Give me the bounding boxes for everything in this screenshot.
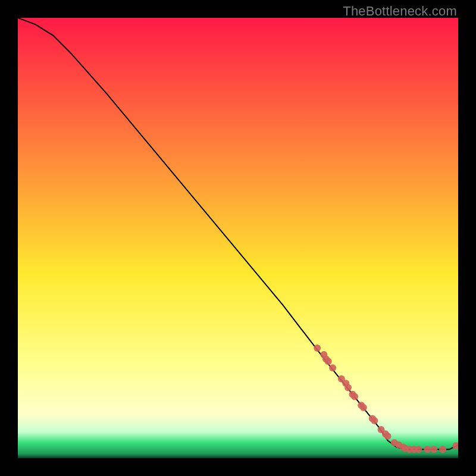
highlight-dot	[329, 364, 336, 371]
highlight-dot	[371, 417, 378, 424]
highlight-dots	[314, 345, 458, 453]
highlight-dot	[430, 446, 437, 453]
highlight-dot	[439, 446, 446, 453]
highlight-dot	[325, 358, 332, 365]
highlight-dot	[345, 384, 352, 392]
highlight-dot	[452, 442, 458, 449]
chart-svg	[18, 18, 458, 458]
highlight-dot	[360, 404, 367, 411]
highlight-dot	[351, 393, 358, 400]
plot-area	[18, 18, 458, 458]
highlight-dot	[415, 446, 422, 453]
chart-frame: TheBottleneck.com	[0, 0, 476, 476]
highlight-dot	[424, 446, 431, 453]
watermark-text: TheBottleneck.com	[343, 4, 457, 19]
highlight-dot	[314, 345, 321, 352]
bottleneck-curve	[18, 18, 458, 449]
highlight-dot	[384, 433, 392, 440]
